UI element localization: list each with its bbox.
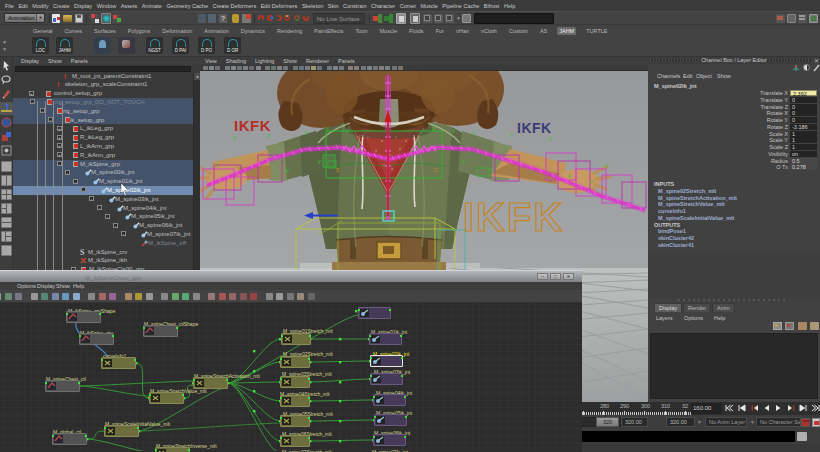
svg-text:y: y <box>590 178 593 184</box>
svg-text:IKFK: IKFK <box>234 117 271 134</box>
svg-text:IKFK: IKFK <box>517 120 552 136</box>
svg-text:y: y <box>452 127 455 133</box>
svg-text:y: y <box>233 134 236 140</box>
svg-text:y: y <box>432 125 435 131</box>
svg-text:y: y <box>472 129 475 135</box>
svg-text:y: y <box>304 129 307 135</box>
svg-text:y: y <box>605 162 608 168</box>
svg-text:y: y <box>286 167 289 173</box>
svg-text:y: y <box>491 167 494 173</box>
svg-text:y: y <box>318 158 321 164</box>
svg-text:y: y <box>462 158 465 164</box>
svg-text:y: y <box>346 127 349 133</box>
svg-text:y: y <box>510 131 513 137</box>
svg-text:y: y <box>215 161 218 167</box>
svg-text:IKFK: IKFK <box>463 195 564 239</box>
svg-text:y: y <box>568 172 571 178</box>
svg-text:y: y <box>326 125 329 131</box>
svg-text:C: C <box>434 167 439 173</box>
